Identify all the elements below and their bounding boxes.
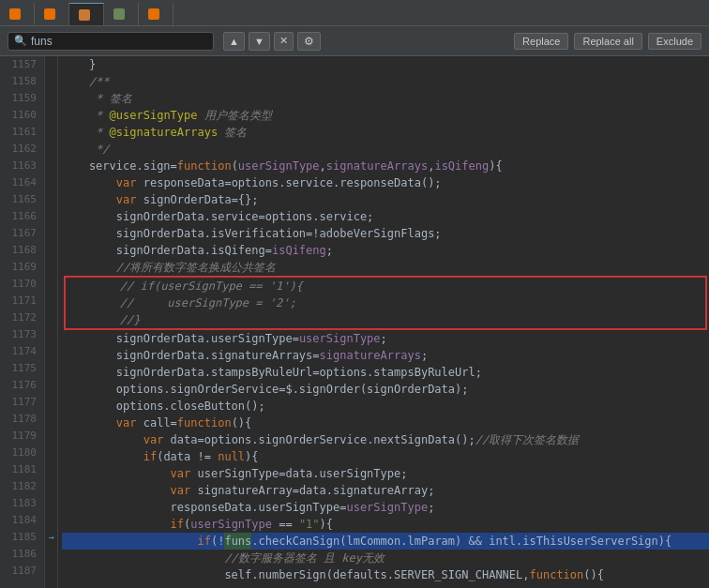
token: ; [381, 330, 387, 347]
token: var [143, 431, 164, 448]
line-number: 1160 [4, 107, 37, 124]
token: data=options.signOrderService.nextSignDa… [163, 431, 475, 448]
code-line: //} [66, 311, 705, 328]
gutter-indicator [45, 225, 57, 242]
replace-button[interactable]: Replace [514, 33, 568, 50]
tab-emailmessage[interactable] [35, 3, 69, 25]
tab-customsignjsp[interactable] [104, 3, 139, 25]
token: userSignType [346, 499, 428, 516]
token: (! [211, 533, 224, 550]
token: funs [224, 533, 251, 550]
code-line: //数字服务器签名 且 key无效 [62, 550, 709, 566]
token: if [198, 533, 211, 550]
tab-logicpathutil[interactable] [139, 3, 173, 25]
code-editor[interactable]: 1157115811591160116111621163116411651166… [0, 56, 709, 588]
code-line: if(data != null){ [62, 448, 709, 465]
token: var [171, 482, 191, 499]
gutter-indicator [45, 461, 57, 478]
token: service.sign= [62, 158, 177, 174]
code-line: self.numberSign(defaults.SERVER_SIGN_CHA… [62, 566, 709, 583]
code-line: /** [62, 73, 709, 90]
token: signOrderData.isQifeng= [62, 242, 272, 259]
token [62, 465, 171, 482]
search-input[interactable] [31, 35, 200, 48]
token: signOrderData.stampsByRuleUrl=options.st… [62, 364, 482, 381]
line-number: 1180 [4, 445, 37, 461]
line-number: 1187 [4, 563, 37, 580]
token: // if(userSignType == '1'){ [66, 278, 303, 294]
code-line: signOrderData.userSignType=userSignType; [62, 330, 709, 347]
gutter-indicator [45, 158, 57, 174]
find-input-wrap: 🔍 [8, 32, 214, 51]
find-navigation: ▲ ▼ ✕ ⚙ [223, 32, 321, 51]
gutter-indicator [45, 242, 57, 259]
line-number: 1159 [4, 90, 37, 107]
token: 签名 [218, 124, 247, 141]
line-number: 1170 [4, 276, 37, 293]
token: @signatureArrays [110, 124, 219, 141]
code-line: * @signatureArrays 签名 [62, 124, 709, 141]
token: (){ [232, 415, 252, 431]
gutter-indicator [45, 191, 57, 208]
line-number: 1161 [4, 124, 37, 141]
line-number: 1174 [4, 343, 37, 360]
tab-customsignjs[interactable] [69, 3, 104, 25]
find-settings-button[interactable]: ⚙ [297, 32, 321, 51]
token [62, 516, 171, 533]
token: (){ [583, 566, 604, 583]
search-icon: 🔍 [14, 35, 27, 47]
gutter-indicator [45, 90, 57, 107]
token [62, 191, 116, 208]
token: function [177, 158, 232, 174]
exclude-button[interactable]: Exclude [648, 33, 701, 50]
token: signOrderData.userSignType= [62, 330, 299, 347]
token: * [62, 107, 110, 124]
token: var [171, 465, 191, 482]
replace-all-button[interactable]: Replace all [574, 33, 641, 50]
close-find-button[interactable]: ✕ [274, 32, 294, 51]
code-line: responseData.userSignType=userSignType; [62, 499, 709, 516]
line-number: 1157 [4, 56, 37, 73]
token: signOrderData.isVerification=!adobeVerSi… [62, 225, 442, 242]
code-line: * 签名 [62, 90, 709, 107]
line-number: 1186 [4, 546, 37, 563]
code-line: * @userSignType 用户签名类型 [62, 107, 709, 124]
tab-uuseraction[interactable] [0, 3, 35, 25]
token: @userSignType [110, 107, 198, 124]
token: ; [421, 347, 428, 364]
line-number: 1185 [4, 529, 37, 546]
token: if [143, 448, 157, 465]
token: // userSignType = '2'; [66, 294, 296, 311]
token: ( [232, 158, 238, 174]
code-line: var signatureArray=data.signatureArray; [62, 482, 709, 499]
gutter-indicator [45, 512, 57, 529]
token: userSignType [238, 158, 320, 174]
token: signatureArrays [326, 158, 428, 174]
gutter-indicator [45, 309, 57, 326]
line-number: 1164 [4, 174, 37, 191]
gutter-indicator [45, 478, 57, 495]
line-number: 1168 [4, 242, 37, 259]
gutter-indicator [45, 546, 57, 563]
token [62, 482, 171, 499]
token [62, 431, 143, 448]
commented-block-highlight: // if(userSignType == '1'){ // userSignT… [64, 276, 707, 330]
prev-match-button[interactable]: ▲ [223, 32, 245, 51]
java-icon [44, 8, 55, 20]
line-number: 1179 [4, 428, 37, 445]
code-line: signOrderData.isQifeng=isQifeng; [62, 242, 709, 259]
token: .checkCanSign(lmCommon.lmParam) && intl.… [251, 533, 671, 550]
code-content[interactable]: } /** * 签名 * @userSignType 用户签名类型 * @sig… [58, 56, 709, 588]
token: signOrderData={}; [136, 191, 258, 208]
token: * [62, 124, 110, 141]
token: responseData.userSignType= [62, 499, 346, 516]
token: "1" [299, 516, 320, 533]
code-line: service.sign=function(userSignType,signa… [62, 158, 709, 174]
next-match-button[interactable]: ▼ [249, 32, 270, 51]
line-number: 1158 [4, 73, 37, 90]
token: var [116, 415, 137, 431]
token: //数字服务器签名 且 key无效 [62, 550, 385, 566]
line-number: 1163 [4, 158, 37, 174]
find-bar: 🔍 ▲ ▼ ✕ ⚙ Replace Replace all Exclude [0, 26, 709, 56]
code-line: if(!funs.checkCanSign(lmCommon.lmParam) … [62, 533, 709, 550]
